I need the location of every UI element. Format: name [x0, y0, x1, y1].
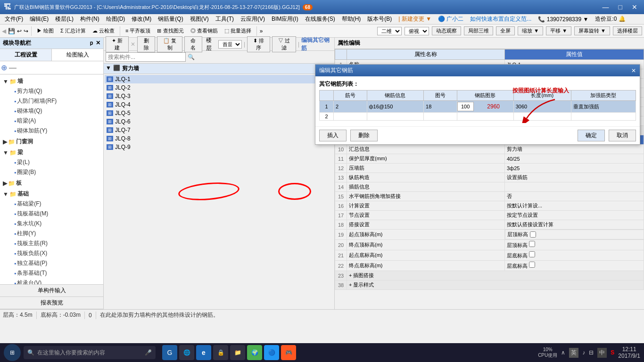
start-button[interactable]: ⊞: [4, 344, 21, 361]
delete-component-button[interactable]: 删除: [137, 36, 155, 52]
menu-online[interactable]: 在线服务(S): [302, 14, 338, 24]
menu-quickset[interactable]: 如何快速布置自定义范...: [467, 14, 534, 24]
dynamic-view-btn[interactable]: 动态观察: [432, 26, 461, 35]
tree-item-beam[interactable]: ▪ 梁(L): [5, 157, 102, 167]
dialog-close-button[interactable]: ✕: [631, 67, 636, 74]
row-11-value[interactable]: 40/25: [505, 154, 644, 164]
undo-icon[interactable]: ↩: [17, 28, 22, 34]
rebar-row-1-fignum[interactable]: 18: [424, 101, 457, 113]
align-top-button[interactable]: ≡ 平齐板顶: [123, 26, 153, 35]
component-item-jlq4[interactable]: ⊞ JLQ-4: [105, 100, 333, 109]
tab-drawing-input[interactable]: 绘图输入: [52, 49, 103, 61]
tree-item-masonrywall[interactable]: ▪ 砌体墙(Q): [5, 106, 102, 116]
menu-file[interactable]: 文件(F): [2, 14, 26, 24]
menu-modify[interactable]: 修改(M): [129, 14, 154, 24]
row-14-value[interactable]: [505, 182, 644, 192]
tree-item-strip[interactable]: ▪条形基础(T): [5, 268, 102, 278]
taskbar-app-globe[interactable]: 🌐: [179, 345, 194, 360]
minus-icon[interactable]: —: [9, 64, 17, 72]
component-item-jlq8[interactable]: ⊞ JLQ-8: [105, 134, 333, 143]
taskbar-app-browser[interactable]: 🌍: [247, 345, 262, 360]
taskbar-app-game[interactable]: 🎮: [281, 345, 296, 360]
search-icon[interactable]: 🔍: [188, 54, 195, 60]
report-preview-btn[interactable]: 报表预览: [0, 297, 103, 309]
pan-btn[interactable]: 平移 ▼: [546, 26, 571, 35]
menu-bim[interactable]: BIM应用(I): [269, 14, 301, 24]
row-15-value[interactable]: 否: [505, 192, 644, 201]
menu-floor[interactable]: 楼层(L): [52, 14, 76, 24]
menu-version[interactable]: 版本号(B): [364, 14, 395, 24]
row-22-value[interactable]: 层底标高: [505, 261, 644, 271]
close-button[interactable]: ✕: [629, 3, 640, 11]
tree-section-slab-title[interactable]: ▶ 📁 板: [1, 178, 102, 188]
rotate-btn[interactable]: 屏幕旋转 ▼: [574, 26, 610, 35]
single-component-btn[interactable]: 单构件输入: [0, 285, 103, 297]
menu-edit[interactable]: 编辑(E): [27, 14, 51, 24]
row-20-checkbox[interactable]: [529, 241, 535, 247]
menu-draw[interactable]: 绘图(D): [103, 14, 128, 24]
rebar-row-2-info[interactable]: [367, 113, 424, 121]
tree-section-wall-title[interactable]: ▼ 📁 墙: [1, 76, 102, 86]
tree-item-pilecap[interactable]: ▪桩承台(V): [5, 278, 102, 284]
menu-newchange[interactable]: | 新建变更 ▼: [396, 14, 434, 24]
rebar-row-2-fignum[interactable]: [424, 113, 457, 121]
tree-item-hiddbeam[interactable]: ▪ 暗梁(A): [5, 116, 102, 126]
tree-item-isolated[interactable]: ▪独立基础(P): [5, 258, 102, 268]
row-19-value[interactable]: 层顶标高: [505, 230, 644, 239]
draw-button[interactable]: ▶ 绘图: [34, 26, 56, 35]
sound-icon[interactable]: ♪: [582, 349, 585, 356]
view-rebar-button[interactable]: ◎ 查看钢筋: [188, 26, 220, 35]
row-13-value[interactable]: 设置插筋: [505, 173, 644, 182]
fullscreen-btn[interactable]: 全屏: [496, 26, 515, 35]
menu-help[interactable]: 帮助(H): [339, 14, 364, 24]
taskbar-app-ggj[interactable]: G: [162, 345, 177, 360]
tree-section-beam-title[interactable]: ▼ 📁 梁: [1, 148, 102, 157]
menu-guangxiao[interactable]: 🔵 广小二: [435, 14, 466, 24]
rebar-shape-input[interactable]: [457, 102, 474, 111]
taskbar-app-lock[interactable]: 🔒: [213, 345, 228, 360]
view-angle-select[interactable]: 俯视: [405, 27, 429, 35]
rebar-row-1-info[interactable]: ф16@150: [367, 101, 424, 113]
confirm-button[interactable]: 确定: [578, 130, 605, 141]
minimize-button[interactable]: —: [600, 3, 612, 11]
add-icon[interactable]: ⊕: [1, 63, 7, 72]
row-17-value[interactable]: 按定节点设置: [505, 211, 644, 220]
row-10-value[interactable]: 剪力墙: [505, 145, 644, 154]
row-16-value[interactable]: 按默认计算设...: [505, 201, 644, 211]
menu-component[interactable]: 构件(N): [77, 14, 102, 24]
save-icon[interactable]: 💾: [8, 28, 15, 34]
tab-engineering-settings[interactable]: 工程设置: [0, 49, 52, 61]
tree-item-columnfoot[interactable]: ▪柱脚(Y): [5, 229, 102, 239]
component-item-jlq6[interactable]: ⊞ JLQ-6: [105, 117, 333, 126]
component-item-jlq7[interactable]: ⊞ JLQ-7: [105, 126, 333, 134]
tree-item-ringbeam[interactable]: ▪ 圈梁(B): [5, 167, 102, 177]
row-22-checkbox[interactable]: [529, 262, 535, 268]
calc-button[interactable]: Σ 汇总计算: [58, 26, 88, 35]
row-20-value[interactable]: 层顶标高: [505, 240, 644, 250]
tree-section-foundation-title[interactable]: ▼ 📁 基础: [1, 189, 102, 199]
filter-button[interactable]: ▽ 过滤: [272, 36, 296, 52]
component-item-jlq3[interactable]: ⊞ JLQ-3: [105, 92, 333, 100]
floor-select-btn[interactable]: 选择楼层: [613, 26, 642, 35]
taskbar-search[interactable]: 🔍 在这里输入你要搜索的内容 🎤: [24, 346, 156, 359]
menu-tools[interactable]: 工具(T): [213, 14, 237, 24]
batch-select-button[interactable]: ⬚ 批量选择: [222, 26, 254, 35]
more-icon[interactable]: »: [260, 28, 263, 34]
search-input[interactable]: [106, 52, 186, 62]
ime-lang[interactable]: 英: [569, 348, 578, 358]
cancel-button[interactable]: 取消: [609, 130, 636, 141]
rename-component-button[interactable]: 命名: [184, 36, 202, 52]
row-21-value[interactable]: 层底标高: [505, 250, 644, 261]
tree-item-raftrebar[interactable]: ▪筏板主筋(R): [5, 239, 102, 248]
menu-phone[interactable]: 📞 13907298339 ▼: [535, 15, 591, 24]
redo-icon[interactable]: ↪: [24, 28, 28, 34]
tree-item-raftfound[interactable]: ▪筏板基础(M): [5, 209, 102, 219]
tree-item-masonry-rebar[interactable]: ▪ 砌体加筋(Y): [5, 126, 102, 136]
row-12-value[interactable]: 3ф25: [505, 164, 644, 173]
floor-select[interactable]: 首层: [218, 40, 242, 49]
nav-close-button[interactable]: ｐ ✕: [89, 39, 100, 47]
row-21-checkbox[interactable]: [529, 251, 535, 257]
menu-cloud[interactable]: 云应用(V): [238, 14, 268, 24]
new-component-button[interactable]: ✦ 新建: [106, 36, 129, 52]
find-element-button[interactable]: ⊞ 查找图元: [155, 26, 186, 35]
